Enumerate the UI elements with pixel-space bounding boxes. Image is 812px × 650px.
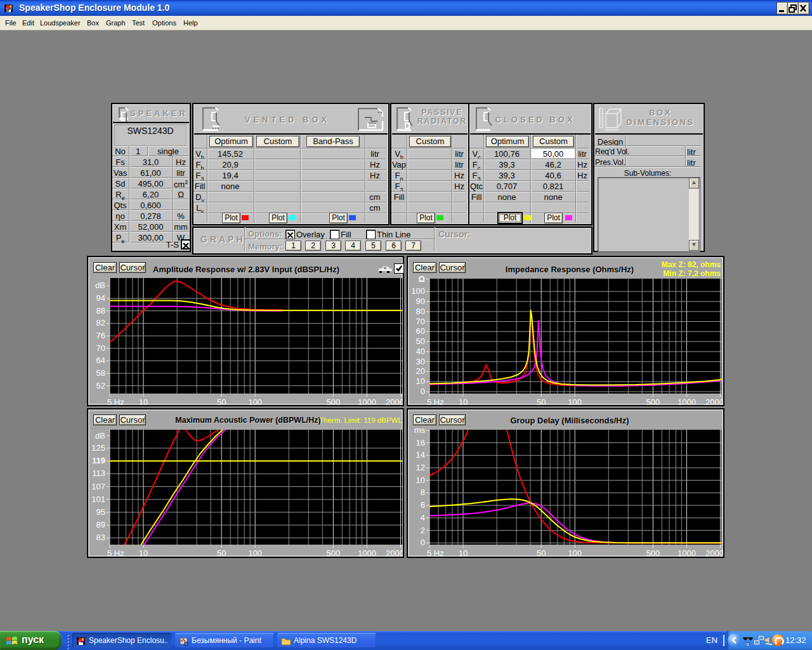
svg-text:1000: 1000	[358, 548, 376, 557]
svg-text:4: 4	[421, 513, 425, 522]
svg-text:8: 8	[421, 488, 425, 497]
svg-text:5 Hz: 5 Hz	[107, 548, 124, 557]
svg-text:0: 0	[421, 538, 425, 547]
svg-text:6: 6	[421, 500, 425, 510]
svg-text:50: 50	[537, 397, 546, 405]
svg-text:ms: ms	[414, 425, 426, 435]
svg-text:58: 58	[96, 368, 105, 378]
svg-text:64: 64	[96, 355, 105, 365]
svg-text:125: 125	[91, 443, 105, 453]
svg-text:60: 60	[416, 326, 425, 336]
svg-text:1000: 1000	[678, 548, 696, 557]
svg-text:82: 82	[96, 318, 105, 328]
svg-text:500: 500	[327, 397, 341, 405]
svg-text:500: 500	[646, 548, 660, 557]
svg-text:1000: 1000	[678, 397, 696, 405]
svg-text:80: 80	[416, 307, 425, 316]
svg-text:q: q	[747, 642, 749, 647]
svg-text:119: 119	[92, 456, 105, 465]
svg-text:10: 10	[459, 548, 468, 557]
svg-text:M: M	[6, 9, 9, 13]
svg-text:16: 16	[416, 438, 425, 448]
svg-text:10: 10	[416, 475, 425, 485]
svg-text:52: 52	[96, 381, 105, 390]
svg-text:dB: dB	[95, 281, 105, 290]
svg-text:10: 10	[139, 397, 148, 405]
svg-text:76: 76	[96, 331, 105, 340]
svg-text:Ω: Ω	[419, 274, 425, 284]
svg-text:107: 107	[91, 482, 105, 491]
svg-text:2: 2	[421, 526, 425, 535]
svg-text:14: 14	[416, 450, 425, 460]
svg-text:50: 50	[217, 548, 226, 557]
svg-text:95: 95	[96, 507, 105, 517]
svg-text:94: 94	[96, 293, 105, 303]
svg-text:50: 50	[416, 336, 425, 346]
svg-text:83: 83	[96, 533, 105, 542]
svg-text:10: 10	[459, 397, 468, 405]
svg-text:100: 100	[248, 548, 262, 557]
svg-text:88: 88	[96, 306, 105, 315]
svg-text:70: 70	[416, 317, 425, 326]
svg-text:2000: 2000	[705, 397, 723, 405]
svg-text:40: 40	[416, 347, 425, 356]
svg-text:10: 10	[416, 376, 425, 386]
svg-text:10: 10	[139, 548, 148, 557]
svg-text:2000: 2000	[386, 548, 403, 557]
svg-text:5 Hz: 5 Hz	[107, 397, 124, 405]
svg-text:500: 500	[646, 397, 660, 405]
svg-text:dB: dB	[95, 431, 105, 441]
svg-text:50: 50	[537, 548, 546, 557]
svg-text:100: 100	[568, 397, 582, 405]
svg-text:90: 90	[416, 296, 425, 306]
svg-text:100: 100	[411, 286, 425, 296]
svg-text:100: 100	[248, 397, 262, 405]
svg-text:5 Hz: 5 Hz	[427, 397, 444, 405]
svg-text:12: 12	[416, 463, 425, 472]
svg-text:500: 500	[327, 548, 341, 557]
svg-text:101: 101	[91, 494, 105, 504]
svg-text:20: 20	[416, 366, 425, 376]
svg-text:100: 100	[568, 548, 582, 557]
svg-text:89: 89	[96, 520, 105, 529]
svg-text:2000: 2000	[386, 397, 403, 405]
svg-text:70: 70	[96, 343, 105, 353]
svg-text:50: 50	[217, 397, 226, 405]
svg-text:5 Hz: 5 Hz	[427, 548, 444, 557]
svg-text:2000: 2000	[705, 548, 723, 557]
svg-text:113: 113	[92, 468, 105, 478]
svg-text:0: 0	[421, 387, 425, 396]
svg-text:30: 30	[416, 357, 425, 366]
svg-text:1000: 1000	[358, 397, 376, 405]
